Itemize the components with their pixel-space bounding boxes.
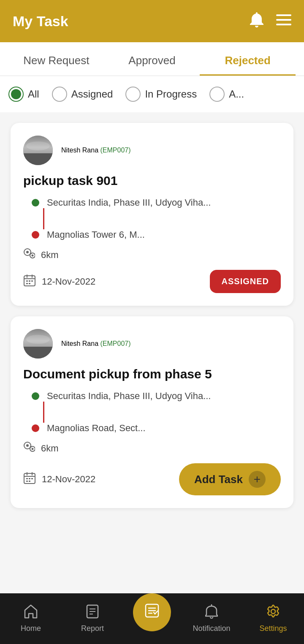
filter-row: All Assigned In Progress A... xyxy=(0,76,304,112)
notification-icon[interactable] xyxy=(250,12,263,30)
card-employee-2: Nitesh Rana (EMP007) xyxy=(61,340,131,348)
svg-rect-26 xyxy=(26,478,28,479)
svg-rect-15 xyxy=(26,283,28,284)
radio-assigned xyxy=(52,87,67,102)
date-1: 12-Nov-2022 xyxy=(42,276,95,287)
nav-settings[interactable]: Settings xyxy=(252,604,294,633)
connector-line-1 xyxy=(43,208,44,229)
nav-home[interactable]: Home xyxy=(10,604,52,633)
task-card-2[interactable]: Nitesh Rana (EMP007) Document pickup fro… xyxy=(11,316,293,508)
distance-2: 6km xyxy=(41,443,59,454)
employee-id-1: (EMP007) xyxy=(100,147,131,154)
header-actions xyxy=(250,12,291,30)
task-title-1: pickup task 901 xyxy=(23,174,281,188)
filter-extra[interactable]: A... xyxy=(209,87,244,102)
tab-approved[interactable]: Approved xyxy=(104,42,200,76)
notification-nav-icon xyxy=(205,604,218,622)
app-header: My Task xyxy=(0,0,304,42)
date-row-2: 12-Nov-2022 xyxy=(23,472,95,487)
date-row-1: 12-Nov-2022 xyxy=(23,274,95,289)
radio-extra xyxy=(209,87,225,102)
nav-notification[interactable]: Notification xyxy=(190,604,233,633)
card-header-1: Nitesh Rana (EMP007) xyxy=(23,136,281,165)
dropoff-dot-1 xyxy=(32,231,39,239)
card-footer-2: 12-Nov-2022 Add Task + xyxy=(23,463,281,495)
avatar-2 xyxy=(23,329,53,359)
pickup-dot-1 xyxy=(32,199,39,207)
svg-rect-27 xyxy=(29,478,30,479)
calendar-icon-2 xyxy=(23,472,36,487)
svg-rect-12 xyxy=(26,280,28,282)
location-block-2: Securitas India, Phase III, Udyog Viha..… xyxy=(23,391,281,434)
radio-in-progress xyxy=(125,87,141,102)
svg-rect-14 xyxy=(31,280,33,282)
nav-report[interactable]: Report xyxy=(71,604,114,633)
svg-point-18 xyxy=(26,444,29,447)
svg-rect-0 xyxy=(276,14,291,16)
pickup-row-1: Securitas India, Phase III, Udyog Viha..… xyxy=(32,197,281,208)
distance-icon-1 xyxy=(23,248,35,262)
tab-bar: New Request Approved Rejected xyxy=(0,42,304,76)
bottom-navigation: Home Report xyxy=(0,593,304,644)
svg-point-6 xyxy=(32,255,34,257)
menu-icon[interactable] xyxy=(276,14,291,28)
dropoff-location-1: Magnolias Tower 6, M... xyxy=(47,229,145,240)
card-header-2: Nitesh Rana (EMP007) xyxy=(23,329,281,359)
employee-id-2: (EMP007) xyxy=(100,340,131,347)
avatar-1 xyxy=(23,136,53,165)
filter-assigned[interactable]: Assigned xyxy=(52,87,113,102)
add-task-button[interactable]: Add Task + xyxy=(179,463,281,495)
dropoff-row-1: Magnolias Tower 6, M... xyxy=(32,229,281,240)
dropoff-row-2: Magnolias Road, Sect... xyxy=(32,423,281,434)
dropoff-location-2: Magnolias Road, Sect... xyxy=(47,423,146,434)
location-block-1: Securitas India, Phase III, Udyog Viha..… xyxy=(23,197,281,240)
distance-icon-2 xyxy=(23,441,35,456)
nav-my-task-center[interactable] xyxy=(133,593,171,631)
app-title: My Task xyxy=(13,13,68,30)
task-card-1[interactable]: Nitesh Rana (EMP007) pickup task 901 Sec… xyxy=(11,123,293,306)
radio-all xyxy=(8,87,24,102)
svg-rect-30 xyxy=(29,481,30,482)
dropoff-dot-2 xyxy=(32,424,39,432)
svg-point-20 xyxy=(32,448,34,450)
card-footer-1: 12-Nov-2022 ASSIGNED xyxy=(23,270,281,293)
report-icon xyxy=(86,604,99,622)
svg-rect-16 xyxy=(29,283,30,284)
distance-1: 6km xyxy=(41,250,59,261)
pickup-row-2: Securitas India, Phase III, Udyog Viha..… xyxy=(32,391,281,402)
plus-circle-icon: + xyxy=(249,471,266,488)
employee-name-1: Nitesh Rana xyxy=(61,147,98,154)
pickup-location-1: Securitas India, Phase III, Udyog Viha..… xyxy=(47,197,211,208)
svg-point-4 xyxy=(26,251,29,253)
employee-name-2: Nitesh Rana xyxy=(61,340,98,347)
tab-rejected[interactable]: Rejected xyxy=(200,42,296,76)
distance-row-1: 6km xyxy=(23,248,281,262)
task-icon xyxy=(144,603,160,622)
settings-icon xyxy=(266,604,280,622)
filter-in-progress[interactable]: In Progress xyxy=(125,87,197,102)
svg-rect-28 xyxy=(31,478,33,479)
filter-all[interactable]: All xyxy=(8,87,39,102)
home-icon xyxy=(24,604,38,622)
card-employee-1: Nitesh Rana (EMP007) xyxy=(61,147,131,154)
date-2: 12-Nov-2022 xyxy=(42,474,95,485)
svg-rect-29 xyxy=(26,481,28,482)
pickup-location-2: Securitas India, Phase III, Udyog Viha..… xyxy=(47,391,211,402)
assigned-badge-1: ASSIGNED xyxy=(210,270,281,293)
tab-new-request[interactable]: New Request xyxy=(8,42,104,76)
svg-point-40 xyxy=(271,609,275,614)
svg-rect-13 xyxy=(29,280,30,282)
task-title-2: Document pickup from phase 5 xyxy=(23,367,281,381)
connector-line-2 xyxy=(43,402,44,423)
task-list: Nitesh Rana (EMP007) pickup task 901 Sec… xyxy=(0,112,304,592)
pickup-dot-2 xyxy=(32,392,39,400)
distance-row-2: 6km xyxy=(23,441,281,456)
calendar-icon-1 xyxy=(23,274,36,289)
svg-rect-1 xyxy=(276,19,291,21)
svg-rect-2 xyxy=(276,24,291,25)
